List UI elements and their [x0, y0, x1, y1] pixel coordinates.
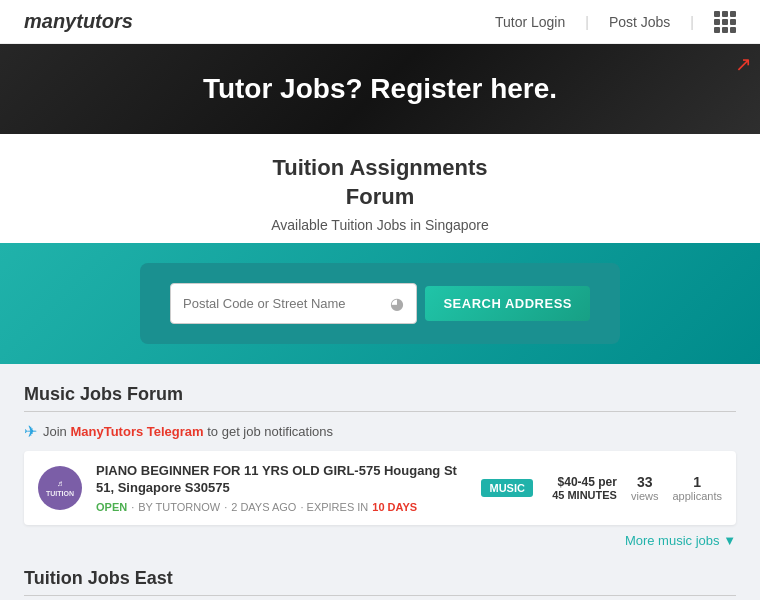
page-header: Tuition AssignmentsForum Available Tuiti… [0, 134, 760, 243]
job-posted-by: BY TUTORNOW [138, 501, 220, 513]
location-icon: ◕ [390, 294, 404, 313]
header: manytutors Tutor Login | Post Jobs | [0, 0, 760, 44]
job-views: 33 views [631, 474, 659, 502]
banner-link-icon: ↗ [735, 52, 752, 76]
search-input-wrapper[interactable]: ◕ [170, 283, 417, 324]
music-jobs-section: Music Jobs Forum ✈ Join ManyTutors Teleg… [24, 384, 736, 548]
page-subtitle: Available Tuition Jobs in Singapore [24, 217, 736, 233]
music-telegram-bar: ✈ Join ManyTutors Telegram to get job no… [24, 422, 736, 441]
banner[interactable]: Tutor Jobs? Register here. ↗ [0, 44, 760, 134]
main-content: Music Jobs Forum ✈ Join ManyTutors Teleg… [0, 364, 760, 600]
job-title: PIANO BEGINNER FOR 11 YRS OLD GIRL-575 H… [96, 463, 467, 497]
page-title: Tuition AssignmentsForum [24, 154, 736, 211]
section-divider-2 [24, 595, 736, 596]
banner-text: Tutor Jobs? Register here. [203, 73, 557, 105]
search-button[interactable]: SEARCH ADDRESS [425, 286, 590, 321]
tuition-jobs-east-section: Tuition Jobs East ✈ Join ManyTutors Tele… [24, 568, 736, 600]
telegram-icon: ✈ [24, 422, 37, 441]
header-nav: Tutor Login | Post Jobs | [495, 11, 736, 33]
search-box: ◕ SEARCH ADDRESS [140, 263, 620, 344]
job-expires: 10 DAYS [372, 501, 417, 513]
search-input[interactable] [183, 296, 382, 311]
job-meta: OPEN · BY TUTORNOW · 2 DAYS AGO · EXPIRE… [96, 501, 467, 513]
job-stats: 33 views 1 applicants [631, 474, 722, 502]
more-arrow-icon: ▼ [723, 533, 736, 548]
job-category-badge: MUSIC [481, 479, 532, 497]
job-info: PIANO BEGINNER FOR 11 YRS OLD GIRL-575 H… [96, 463, 467, 513]
nav-divider: | [585, 14, 589, 30]
rate-value: $40-45 per [547, 475, 617, 489]
more-music-link[interactable]: More music jobs ▼ [625, 533, 736, 548]
job-posted-time: 2 DAYS AGO [231, 501, 296, 513]
search-section: ◕ SEARCH ADDRESS [0, 243, 760, 364]
more-music-jobs-link[interactable]: More music jobs ▼ [24, 533, 736, 548]
telegram-text: Join ManyTutors Telegram to get job noti… [43, 424, 333, 439]
logo-text: manytutors [24, 10, 133, 32]
telegram-link[interactable]: ManyTutors Telegram [70, 424, 203, 439]
music-section-title: Music Jobs Forum [24, 384, 736, 405]
tutor-login-link[interactable]: Tutor Login [495, 14, 565, 30]
job-status: OPEN [96, 501, 127, 513]
rate-period: 45 MINUTES [547, 489, 617, 501]
grid-menu-icon[interactable] [714, 11, 736, 33]
post-jobs-link[interactable]: Post Jobs [609, 14, 670, 30]
section-divider [24, 411, 736, 412]
job-applicants: 1 applicants [672, 474, 722, 502]
logo[interactable]: manytutors [24, 10, 133, 33]
job-avatar: ♬ TUITION [38, 466, 82, 510]
nav-divider-2: | [690, 14, 694, 30]
job-rate: $40-45 per 45 MINUTES [547, 475, 617, 501]
tuition-east-section-title: Tuition Jobs East [24, 568, 736, 589]
job-card[interactable]: ♬ TUITION PIANO BEGINNER FOR 11 YRS OLD … [24, 451, 736, 525]
